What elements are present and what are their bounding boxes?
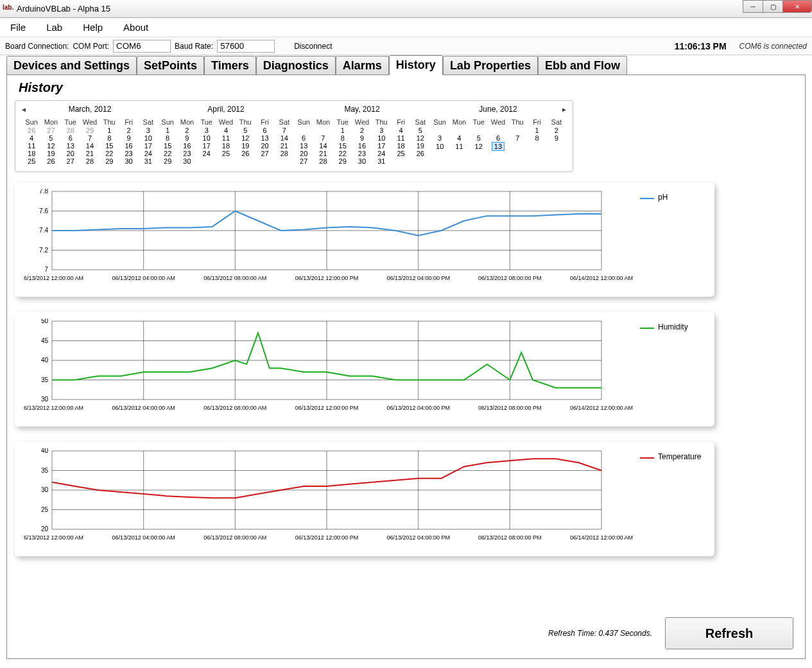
tab-lab-properties[interactable]: Lab Properties — [443, 56, 538, 75]
calendar-day[interactable]: 26 — [411, 150, 430, 157]
calendar-day[interactable]: 9 — [177, 134, 196, 142]
calendar-day[interactable]: 14 — [275, 134, 294, 142]
com-port-select[interactable] — [113, 40, 171, 53]
calendar-day[interactable]: 15 — [158, 142, 177, 150]
maximize-button[interactable]: ▢ — [763, 0, 783, 13]
menu-file[interactable]: File — [5, 19, 31, 35]
calendar-day[interactable]: 9 — [119, 134, 138, 142]
calendar-next-icon[interactable]: ► — [561, 106, 567, 113]
calendar-day[interactable]: 11 — [449, 142, 469, 151]
tab-alarms[interactable]: Alarms — [336, 56, 389, 75]
menu-lab[interactable]: Lab — [41, 19, 67, 35]
tab-diagnostics[interactable]: Diagnostics — [256, 56, 336, 75]
baud-rate-select[interactable] — [217, 40, 275, 53]
calendar-day[interactable]: 3 — [430, 134, 449, 142]
calendar-day[interactable]: 7 — [275, 127, 294, 134]
calendar-day[interactable]: 18 — [22, 150, 41, 157]
calendar-day[interactable]: 8 — [99, 134, 119, 142]
menu-help[interactable]: Help — [78, 19, 108, 35]
calendar-day[interactable]: 5 — [41, 134, 60, 142]
calendar-day[interactable]: 4 — [449, 134, 469, 142]
calendar-day[interactable]: 30 — [119, 157, 138, 165]
calendar-day[interactable]: 1 — [158, 127, 177, 134]
calendar-day[interactable]: 3 — [197, 127, 216, 134]
calendar-day[interactable]: 19 — [236, 142, 255, 150]
calendar-day[interactable]: 30 — [352, 157, 372, 165]
calendar-day[interactable]: 18 — [216, 142, 236, 150]
calendar-day[interactable]: 13 — [61, 142, 80, 150]
calendar-day[interactable]: 7 — [508, 134, 527, 142]
tab-devices-and-settings[interactable]: Devices and Settings — [6, 56, 137, 75]
calendar-day[interactable]: 11 — [391, 134, 410, 142]
tab-history[interactable]: History — [389, 55, 443, 75]
calendar-day[interactable]: 14 — [313, 142, 333, 150]
calendar-day[interactable]: 28 — [313, 157, 333, 165]
calendar-day[interactable]: 2 — [119, 127, 138, 134]
calendar-day[interactable]: 17 — [139, 142, 158, 150]
calendar-day[interactable]: 8 — [158, 134, 177, 142]
calendar-day[interactable]: 17 — [372, 142, 391, 150]
calendar-day[interactable]: 1 — [527, 127, 546, 134]
calendar-day[interactable]: 4 — [22, 134, 41, 142]
calendar-day[interactable]: 29 — [158, 157, 177, 165]
calendar-day[interactable]: 5 — [411, 127, 430, 134]
minimize-button[interactable]: ─ — [743, 0, 763, 13]
calendar-day[interactable]: 22 — [333, 150, 352, 157]
calendar-day[interactable]: 10 — [372, 134, 391, 142]
calendar-day[interactable]: 9 — [352, 134, 372, 142]
calendar-day[interactable]: 26 — [41, 157, 60, 165]
tab-ebb-and-flow[interactable]: Ebb and Flow — [538, 56, 627, 75]
calendar-day[interactable]: 29 — [80, 127, 99, 134]
calendar-day[interactable]: 8 — [527, 134, 546, 142]
menu-about[interactable]: About — [118, 19, 153, 35]
calendar-day[interactable]: 25 — [391, 150, 410, 157]
calendar-day[interactable]: 6 — [255, 127, 274, 134]
calendar-day[interactable]: 26 — [22, 127, 41, 134]
calendar-day[interactable]: 28 — [275, 150, 294, 157]
calendar-day[interactable]: 20 — [61, 150, 80, 157]
calendar-day[interactable]: 27 — [61, 157, 80, 165]
calendar-day[interactable]: 4 — [391, 127, 410, 134]
calendar-day[interactable]: 6 — [294, 134, 313, 142]
calendar-day[interactable]: 23 — [177, 150, 196, 157]
calendar-day[interactable]: 13 — [294, 142, 313, 150]
calendar-day[interactable]: 13 — [488, 142, 508, 151]
calendar-day[interactable]: 19 — [41, 150, 60, 157]
calendar-day[interactable]: 28 — [80, 157, 99, 165]
calendar-day[interactable]: 12 — [41, 142, 60, 150]
calendar-day[interactable]: 27 — [255, 150, 274, 157]
calendar-day[interactable]: 7 — [313, 134, 333, 142]
calendar-day[interactable]: 14 — [80, 142, 99, 150]
calendar-day[interactable]: 7 — [80, 134, 99, 142]
calendar-day[interactable]: 24 — [197, 150, 216, 157]
calendar-day[interactable]: 23 — [352, 150, 372, 157]
calendar-prev-icon[interactable]: ◄ — [21, 106, 27, 113]
close-button[interactable]: ✕ — [782, 0, 812, 13]
calendar-day[interactable]: 6 — [61, 134, 80, 142]
calendar-day[interactable]: 21 — [275, 142, 294, 150]
calendar-day[interactable]: 8 — [333, 134, 352, 142]
calendar-day[interactable]: 17 — [197, 142, 216, 150]
calendar-day[interactable]: 22 — [99, 150, 119, 157]
calendar-day[interactable]: 15 — [333, 142, 352, 150]
calendar-day[interactable]: 3 — [139, 127, 158, 134]
calendar-day[interactable]: 25 — [216, 150, 236, 157]
calendar-day[interactable]: 31 — [139, 157, 158, 165]
calendar-day[interactable]: 12 — [469, 142, 488, 151]
calendar-day[interactable]: 22 — [158, 150, 177, 157]
calendar-day[interactable]: 10 — [139, 134, 158, 142]
calendar-day[interactable]: 11 — [22, 142, 41, 150]
calendar-day[interactable]: 12 — [411, 134, 430, 142]
tab-timers[interactable]: Timers — [204, 56, 256, 75]
calendar-day[interactable]: 6 — [488, 134, 508, 142]
calendar-day[interactable]: 20 — [294, 150, 313, 157]
calendar-day[interactable]: 18 — [391, 142, 410, 150]
calendar-day[interactable]: 2 — [352, 127, 372, 134]
calendar-day[interactable]: 10 — [197, 134, 216, 142]
calendar-day[interactable]: 10 — [430, 142, 449, 151]
calendar-day[interactable]: 24 — [139, 150, 158, 157]
calendar-day[interactable]: 24 — [372, 150, 391, 157]
calendar-day[interactable]: 16 — [119, 142, 138, 150]
calendar-day[interactable]: 1 — [99, 127, 119, 134]
calendar-day[interactable]: 30 — [177, 157, 196, 165]
